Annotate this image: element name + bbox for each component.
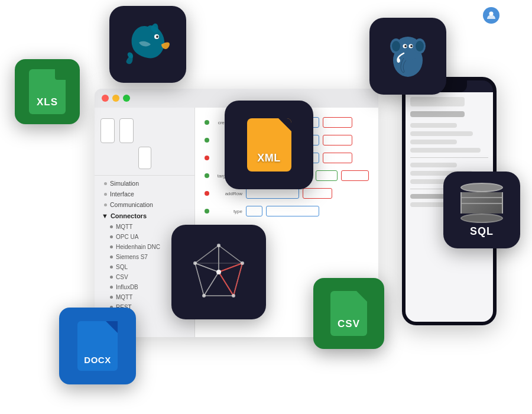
postgres-icon-box: [369, 18, 446, 95]
minimize-button[interactable]: [112, 95, 119, 102]
avatar-icon: [486, 11, 496, 20]
elephant-icon: [381, 30, 434, 83]
xml-label: XML: [247, 152, 291, 164]
maximize-button[interactable]: [123, 95, 130, 102]
field-2-3[interactable]: [323, 135, 352, 145]
db-body: [460, 192, 503, 214]
phone-thumb-1: [100, 118, 115, 143]
svg-point-25: [217, 244, 220, 247]
xml-icon-box: XML: [225, 101, 313, 189]
xls-icon-box: XLS: [15, 59, 80, 124]
csv-label: CSV: [330, 318, 367, 330]
xml-file-icon: XML: [225, 101, 313, 189]
svg-point-28: [202, 294, 206, 297]
row-label-5: addRow: [213, 191, 242, 196]
close-button[interactable]: [102, 95, 109, 102]
phone-thumb-3: [138, 147, 151, 169]
csv-icon-box: CSV: [313, 278, 384, 349]
connectors-section: ▼ Connectors: [95, 210, 194, 222]
svg-line-24: [233, 263, 242, 296]
field-3-3[interactable]: [323, 153, 352, 163]
mobile-row-2: [410, 131, 473, 136]
mysql-icon-box: [109, 6, 186, 83]
row-dot-2: [205, 138, 209, 143]
svg-point-2: [156, 35, 158, 38]
csv-file-icon: CSV: [313, 278, 384, 349]
svg-point-29: [193, 261, 197, 265]
svg-line-23: [219, 263, 242, 272]
db-bottom-ellipse: [460, 214, 503, 223]
xls-file-icon: XLS: [15, 59, 80, 124]
phone-thumbnails: [95, 115, 194, 147]
mobile-divider: [410, 157, 488, 158]
sql-icon-box: SQL: [443, 172, 520, 248]
mobile-row-1: [410, 123, 457, 128]
field-4-3[interactable]: [316, 170, 338, 181]
sidebar-item-interface[interactable]: Interface: [95, 189, 194, 199]
row-dot-1: [205, 120, 209, 125]
docx-file-icon: DOCX: [59, 308, 136, 384]
svg-point-8: [392, 41, 400, 51]
xls-label: XLS: [29, 96, 66, 108]
svg-point-26: [241, 261, 244, 265]
crystal-icon: [186, 240, 251, 305]
mobile-row-title: [410, 111, 465, 117]
svg-line-22: [219, 272, 233, 296]
field-6-1[interactable]: [246, 206, 262, 216]
field-1-3[interactable]: [323, 117, 352, 128]
user-avatar[interactable]: [483, 7, 499, 24]
row-dot-3: [205, 156, 209, 160]
sidebar-item-simulation[interactable]: Simulation: [95, 178, 194, 189]
docx-icon-box: DOCX: [59, 308, 136, 384]
row-label-6: type: [213, 209, 242, 214]
mobile-row-3: [410, 140, 457, 144]
mobile-row-5: [410, 163, 457, 167]
phone-thumb-2: [119, 118, 134, 143]
row-dot-6: [205, 209, 209, 214]
field-4-4[interactable]: [341, 170, 369, 181]
scene: Simulation Interface Communication ▼ Con…: [0, 0, 532, 414]
row-dot-4: [205, 173, 209, 178]
connectors-label: Connectors: [111, 212, 147, 219]
docx-label: DOCX: [77, 355, 118, 365]
editor-row-6: type: [205, 206, 369, 216]
redshift-icon-box: [171, 225, 266, 319]
svg-marker-18: [204, 272, 233, 296]
sidebar-item-communication[interactable]: Communication: [95, 199, 194, 210]
editor-row-5: addRow: [205, 188, 369, 199]
field-5-1[interactable]: [246, 188, 299, 199]
dolphin-icon: [121, 18, 174, 71]
row-dot-5: [205, 191, 209, 196]
svg-point-12: [410, 45, 413, 47]
mobile-header: [410, 97, 465, 106]
svg-point-6: [416, 41, 424, 51]
mobile-row-4: [410, 148, 481, 153]
db-top-ellipse: [460, 183, 503, 192]
field-6-2[interactable]: [266, 206, 319, 216]
svg-point-10: [404, 45, 407, 47]
sql-db-visual: SQL: [460, 183, 503, 238]
svg-point-30: [216, 270, 221, 274]
sql-label: SQL: [470, 225, 494, 238]
svg-point-27: [232, 294, 235, 297]
field-5-2[interactable]: [303, 188, 332, 199]
